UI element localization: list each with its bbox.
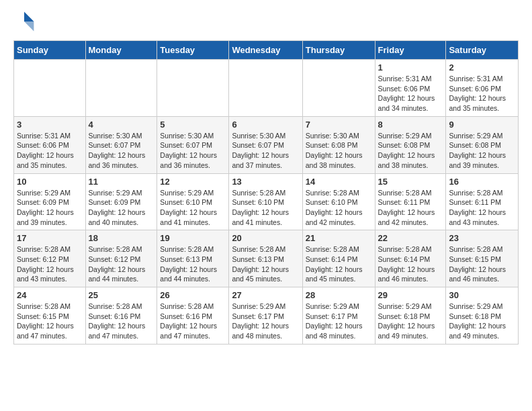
day-number: 13 <box>232 177 299 187</box>
day-info: Sunrise: 5:31 AM Sunset: 6:06 PM Dayligh… <box>17 131 83 171</box>
calendar-cell: 9Sunrise: 5:29 AM Sunset: 6:08 PM Daylig… <box>446 116 519 173</box>
calendar-cell: 30Sunrise: 5:29 AM Sunset: 6:18 PM Dayli… <box>446 287 519 345</box>
calendar-cell: 26Sunrise: 5:28 AM Sunset: 6:16 PM Dayli… <box>157 287 229 345</box>
calendar-cell: 7Sunrise: 5:30 AM Sunset: 6:08 PM Daylig… <box>302 116 375 173</box>
day-info: Sunrise: 5:28 AM Sunset: 6:13 PM Dayligh… <box>160 244 226 284</box>
day-number: 19 <box>160 233 226 243</box>
calendar-week-row: 17Sunrise: 5:28 AM Sunset: 6:12 PM Dayli… <box>14 230 519 287</box>
day-number: 6 <box>232 120 299 130</box>
day-number: 29 <box>378 290 443 300</box>
day-number: 4 <box>89 120 154 130</box>
day-info: Sunrise: 5:28 AM Sunset: 6:12 PM Dayligh… <box>89 244 154 284</box>
calendar-cell: 22Sunrise: 5:28 AM Sunset: 6:14 PM Dayli… <box>375 230 446 287</box>
day-number: 27 <box>232 290 299 300</box>
day-info: Sunrise: 5:28 AM Sunset: 6:15 PM Dayligh… <box>449 244 515 284</box>
calendar-cell: 1Sunrise: 5:31 AM Sunset: 6:06 PM Daylig… <box>375 60 446 117</box>
calendar-table: SundayMondayTuesdayWednesdayThursdayFrid… <box>13 40 519 345</box>
day-info: Sunrise: 5:28 AM Sunset: 6:16 PM Dayligh… <box>160 302 226 341</box>
day-info: Sunrise: 5:29 AM Sunset: 6:17 PM Dayligh… <box>232 302 299 341</box>
day-number: 17 <box>17 233 83 243</box>
day-number: 23 <box>449 233 515 243</box>
calendar-week-row: 24Sunrise: 5:28 AM Sunset: 6:15 PM Dayli… <box>14 287 519 345</box>
day-info: Sunrise: 5:31 AM Sunset: 6:06 PM Dayligh… <box>449 74 515 113</box>
calendar-cell <box>85 60 157 117</box>
calendar-cell: 3Sunrise: 5:31 AM Sunset: 6:06 PM Daylig… <box>14 116 86 173</box>
weekday-header: Sunday <box>14 41 86 60</box>
day-number: 24 <box>17 290 83 300</box>
day-number: 25 <box>89 290 154 300</box>
calendar-cell: 10Sunrise: 5:29 AM Sunset: 6:09 PM Dayli… <box>14 173 86 230</box>
day-info: Sunrise: 5:28 AM Sunset: 6:11 PM Dayligh… <box>449 188 515 228</box>
calendar-cell <box>302 60 375 117</box>
calendar-cell: 14Sunrise: 5:28 AM Sunset: 6:10 PM Dayli… <box>302 173 375 230</box>
day-info: Sunrise: 5:28 AM Sunset: 6:14 PM Dayligh… <box>306 244 372 284</box>
day-number: 9 <box>449 120 515 130</box>
calendar-cell: 16Sunrise: 5:28 AM Sunset: 6:11 PM Dayli… <box>446 173 519 230</box>
calendar-cell: 8Sunrise: 5:29 AM Sunset: 6:08 PM Daylig… <box>375 116 446 173</box>
day-info: Sunrise: 5:29 AM Sunset: 6:18 PM Dayligh… <box>378 302 443 341</box>
calendar-cell: 17Sunrise: 5:28 AM Sunset: 6:12 PM Dayli… <box>14 230 86 287</box>
day-info: Sunrise: 5:29 AM Sunset: 6:08 PM Dayligh… <box>378 131 443 171</box>
day-info: Sunrise: 5:29 AM Sunset: 6:10 PM Dayligh… <box>160 188 226 228</box>
day-number: 18 <box>89 233 154 243</box>
calendar-cell: 19Sunrise: 5:28 AM Sunset: 6:13 PM Dayli… <box>157 230 229 287</box>
weekday-header: Friday <box>375 41 446 60</box>
calendar-cell: 15Sunrise: 5:28 AM Sunset: 6:11 PM Dayli… <box>375 173 446 230</box>
weekday-header-row: SundayMondayTuesdayWednesdayThursdayFrid… <box>14 41 519 60</box>
day-info: Sunrise: 5:29 AM Sunset: 6:09 PM Dayligh… <box>17 188 83 228</box>
calendar-cell <box>229 60 302 117</box>
svg-marker-1 <box>24 21 34 31</box>
day-number: 16 <box>449 177 515 187</box>
day-number: 20 <box>232 233 299 243</box>
calendar-week-row: 10Sunrise: 5:29 AM Sunset: 6:09 PM Dayli… <box>14 173 519 230</box>
calendar-cell: 25Sunrise: 5:28 AM Sunset: 6:16 PM Dayli… <box>85 287 157 345</box>
calendar-cell: 11Sunrise: 5:29 AM Sunset: 6:09 PM Dayli… <box>85 173 157 230</box>
day-number: 2 <box>449 62 515 73</box>
header <box>13 11 519 32</box>
day-number: 22 <box>378 233 443 243</box>
day-info: Sunrise: 5:28 AM Sunset: 6:11 PM Dayligh… <box>378 188 443 228</box>
day-number: 14 <box>306 177 372 187</box>
logo-icon <box>13 11 35 32</box>
day-number: 15 <box>378 177 443 187</box>
day-number: 1 <box>378 62 443 73</box>
day-info: Sunrise: 5:28 AM Sunset: 6:16 PM Dayligh… <box>89 302 154 341</box>
day-info: Sunrise: 5:28 AM Sunset: 6:10 PM Dayligh… <box>306 188 372 228</box>
logo <box>13 11 38 32</box>
day-info: Sunrise: 5:29 AM Sunset: 6:18 PM Dayligh… <box>449 302 515 341</box>
calendar-cell <box>14 60 86 117</box>
day-info: Sunrise: 5:28 AM Sunset: 6:14 PM Dayligh… <box>378 244 443 284</box>
calendar-cell: 29Sunrise: 5:29 AM Sunset: 6:18 PM Dayli… <box>375 287 446 345</box>
calendar-cell: 2Sunrise: 5:31 AM Sunset: 6:06 PM Daylig… <box>446 60 519 117</box>
day-number: 26 <box>160 290 226 300</box>
day-info: Sunrise: 5:28 AM Sunset: 6:13 PM Dayligh… <box>232 244 299 284</box>
day-number: 21 <box>306 233 372 243</box>
day-info: Sunrise: 5:28 AM Sunset: 6:10 PM Dayligh… <box>232 188 299 228</box>
calendar-cell <box>157 60 229 117</box>
calendar-cell: 28Sunrise: 5:29 AM Sunset: 6:17 PM Dayli… <box>302 287 375 345</box>
calendar-cell: 20Sunrise: 5:28 AM Sunset: 6:13 PM Dayli… <box>229 230 302 287</box>
day-number: 28 <box>306 290 372 300</box>
calendar-cell: 6Sunrise: 5:30 AM Sunset: 6:07 PM Daylig… <box>229 116 302 173</box>
day-number: 12 <box>160 177 226 187</box>
svg-marker-0 <box>24 12 34 21</box>
weekday-header: Saturday <box>446 41 519 60</box>
day-info: Sunrise: 5:28 AM Sunset: 6:15 PM Dayligh… <box>17 302 83 341</box>
weekday-header: Thursday <box>302 41 375 60</box>
day-number: 5 <box>160 120 226 130</box>
calendar-cell: 27Sunrise: 5:29 AM Sunset: 6:17 PM Dayli… <box>229 287 302 345</box>
day-info: Sunrise: 5:29 AM Sunset: 6:08 PM Dayligh… <box>449 131 515 171</box>
day-number: 30 <box>449 290 515 300</box>
calendar-week-row: 1Sunrise: 5:31 AM Sunset: 6:06 PM Daylig… <box>14 60 519 117</box>
day-info: Sunrise: 5:30 AM Sunset: 6:07 PM Dayligh… <box>160 131 226 171</box>
day-info: Sunrise: 5:30 AM Sunset: 6:07 PM Dayligh… <box>232 131 299 171</box>
day-info: Sunrise: 5:29 AM Sunset: 6:09 PM Dayligh… <box>89 188 154 228</box>
day-number: 8 <box>378 120 443 130</box>
calendar-cell: 4Sunrise: 5:30 AM Sunset: 6:07 PM Daylig… <box>85 116 157 173</box>
page-container: SundayMondayTuesdayWednesdayThursdayFrid… <box>0 0 532 355</box>
calendar-cell: 23Sunrise: 5:28 AM Sunset: 6:15 PM Dayli… <box>446 230 519 287</box>
calendar-cell: 18Sunrise: 5:28 AM Sunset: 6:12 PM Dayli… <box>85 230 157 287</box>
day-info: Sunrise: 5:28 AM Sunset: 6:12 PM Dayligh… <box>17 244 83 284</box>
day-number: 11 <box>89 177 154 187</box>
calendar-cell: 24Sunrise: 5:28 AM Sunset: 6:15 PM Dayli… <box>14 287 86 345</box>
